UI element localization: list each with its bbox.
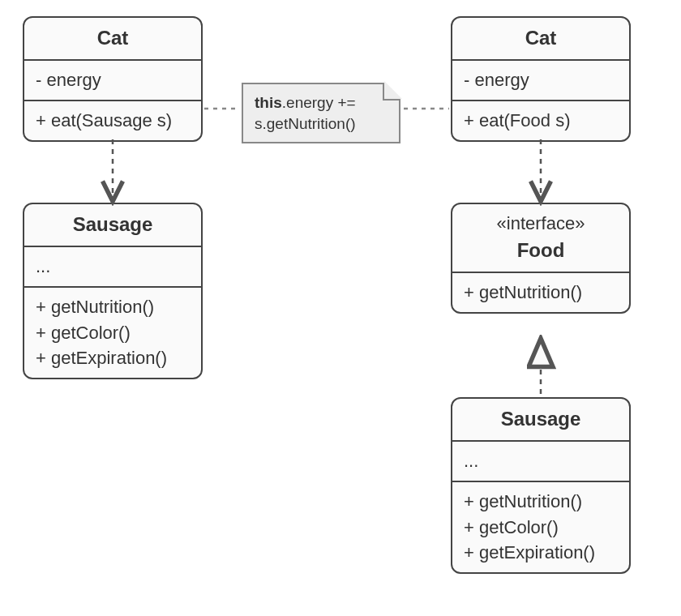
op: + getNutrition(): [464, 489, 618, 515]
op: + getExpiration(): [36, 345, 190, 371]
note-fold-icon: [383, 83, 400, 101]
note-line: s.getNutrition(): [255, 113, 388, 135]
note-rest: .energy +=: [282, 94, 356, 111]
class-cat-left: Cat - energy + eat(Sausage s): [23, 16, 203, 142]
class-ops: + eat(Sausage s): [24, 101, 201, 140]
class-attrs: - energy: [452, 61, 629, 101]
class-attrs: ...: [452, 442, 629, 482]
stereotype: «interface»: [464, 211, 618, 237]
op: + getNutrition(): [36, 294, 190, 320]
class-attrs: - energy: [24, 61, 201, 101]
class-title: Food: [464, 237, 618, 265]
class-ops: + eat(Food s): [452, 101, 629, 140]
uml-note: this.energy += s.getNutrition(): [242, 83, 400, 143]
interface-food: «interface» Food + getNutrition(): [451, 203, 631, 314]
class-title: Sausage: [452, 399, 629, 442]
note-this: this: [255, 94, 282, 111]
class-sausage-left: Sausage ... + getNutrition() + getColor(…: [23, 203, 203, 379]
class-ops: + getNutrition(): [452, 273, 629, 312]
class-title: Sausage: [24, 204, 201, 247]
class-title: Cat: [452, 18, 629, 61]
class-ops: + getNutrition() + getColor() + getExpir…: [24, 288, 201, 379]
class-header: «interface» Food: [452, 204, 629, 273]
class-title: Cat: [24, 18, 201, 61]
note-line: this.energy +=: [255, 92, 388, 113]
class-cat-right: Cat - energy + eat(Food s): [451, 16, 631, 142]
class-sausage-right: Sausage ... + getNutrition() + getColor(…: [451, 397, 631, 574]
op: + getExpiration(): [464, 540, 618, 566]
class-ops: + getNutrition() + getColor() + getExpir…: [452, 482, 629, 573]
op: + getColor(): [464, 515, 618, 541]
op: + getColor(): [36, 320, 190, 346]
class-attrs: ...: [24, 247, 201, 288]
